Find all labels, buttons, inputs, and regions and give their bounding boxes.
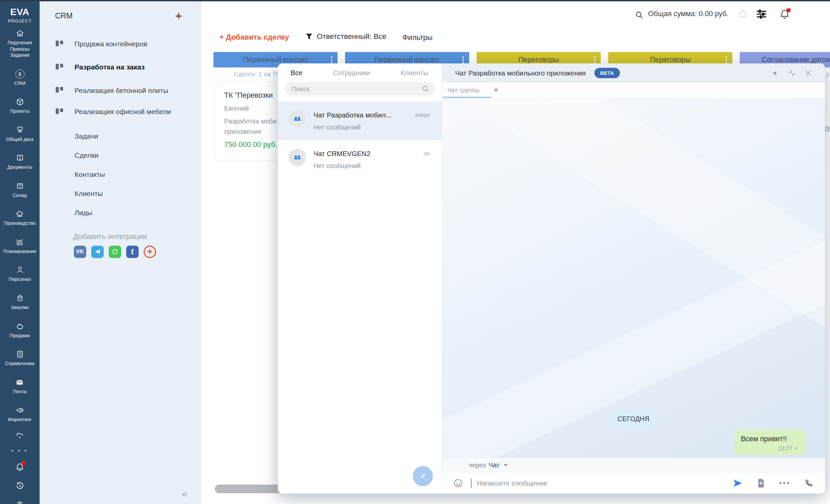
- chat-title: Чат Разработка мобил...: [314, 111, 408, 119]
- notifications-button[interactable]: [15, 462, 25, 472]
- message-input[interactable]: [476, 479, 728, 488]
- nav-item-shared-disk[interactable]: Общий диск: [6, 126, 34, 143]
- tab-employees[interactable]: Сотрудники: [333, 69, 370, 77]
- total-sum-label: Общая сумма: 0.00 руб.: [648, 10, 729, 18]
- via-prefix: через: [469, 461, 486, 469]
- exit-button[interactable]: [15, 432, 25, 440]
- new-chat-button[interactable]: [413, 466, 433, 486]
- tab-group-chat[interactable]: Чат группы: [447, 87, 479, 94]
- send-icon[interactable]: [733, 478, 743, 488]
- add-chat-tab-button[interactable]: +: [493, 85, 499, 95]
- messages-area: СЕГОДНЯ Всем привет!! 13:27✓: [442, 98, 825, 458]
- attach-file-icon[interactable]: [756, 478, 766, 488]
- collapse-panel-button[interactable]: «: [182, 488, 188, 499]
- vk-icon[interactable]: VK: [74, 246, 86, 258]
- via-channel-dropdown[interactable]: Чат: [489, 461, 500, 469]
- logo-subtitle: PROJECT: [8, 19, 32, 24]
- chat-list-item[interactable]: Чат CRMEVGEN2 Нет сообщений пн: [278, 140, 442, 179]
- sliders-filter-icon[interactable]: [756, 9, 767, 20]
- clipped-text-fragment: р: [826, 70, 829, 78]
- notifications-bell[interactable]: [779, 8, 791, 20]
- nav-item-personnel[interactable]: Персонал: [9, 265, 31, 282]
- pipeline-item[interactable]: Реализация офисной мебели: [40, 107, 201, 116]
- book-icon: [15, 153, 25, 162]
- message-input-row: •••: [442, 472, 825, 494]
- tab-all[interactable]: Все: [291, 69, 302, 77]
- more-menu-button[interactable]: • • •: [11, 448, 28, 453]
- nav-item-purchases[interactable]: Закупки: [11, 294, 29, 311]
- crm-link-clients[interactable]: Клиенты: [40, 190, 201, 198]
- chat-last-message: Нет сообщений: [314, 162, 416, 170]
- more-options-icon[interactable]: •••: [779, 479, 791, 488]
- history-icon: [15, 481, 25, 491]
- network-drive-icon: [15, 126, 25, 135]
- chat-search-input[interactable]: [291, 85, 421, 93]
- whatsapp-icon[interactable]: [109, 246, 121, 258]
- group-avatar: [289, 149, 306, 166]
- bag-icon: [15, 294, 25, 303]
- mute-icon[interactable]: [771, 68, 781, 78]
- column-menu-icon[interactable]: [594, 56, 596, 63]
- nav-item-directories[interactable]: Справочники: [5, 350, 35, 367]
- collapse-icon[interactable]: [787, 68, 797, 78]
- tab-clients[interactable]: Клиенты: [401, 69, 428, 77]
- list-table-icon: [15, 350, 25, 359]
- crm-link-leads[interactable]: Лиды: [40, 209, 201, 217]
- nav-item-projects[interactable]: Проекты: [10, 97, 30, 114]
- crm-link-contacts[interactable]: Контакты: [40, 170, 201, 178]
- close-icon[interactable]: [803, 68, 813, 78]
- nav-item-production[interactable]: Производство: [4, 209, 36, 227]
- responsible-filter[interactable]: Ответственный: Все: [305, 32, 386, 41]
- column-menu-icon[interactable]: [726, 56, 727, 63]
- nav-item-warehouse[interactable]: Склад: [13, 181, 27, 199]
- nav-rail-footer: • • •: [11, 423, 28, 504]
- integrations-label: Добавить интеграции: [40, 232, 201, 241]
- person-icon: [15, 265, 25, 274]
- crm-link-deals[interactable]: Сделки: [40, 151, 201, 159]
- nav-item-tasks-orders[interactable]: Поручения Приказы Задания: [7, 29, 32, 58]
- filters-button[interactable]: Фильтры: [403, 33, 433, 42]
- window-top-strip: [0, 0, 830, 1]
- search-icon[interactable]: [635, 10, 644, 20]
- telegram-icon[interactable]: [91, 246, 104, 258]
- chat-window-header: Чат Разработка мобильного приложения BET…: [442, 63, 825, 82]
- add-deal-button[interactable]: + Добавить сделку: [220, 33, 289, 42]
- kanban-icon: [56, 108, 64, 115]
- column-menu-icon[interactable]: [462, 56, 464, 63]
- settings-button[interactable]: [15, 499, 25, 504]
- crm-panel: CRM + Продажа контейнеров Разработка на …: [40, 0, 201, 504]
- add-pipeline-button[interactable]: +: [175, 10, 182, 22]
- chevron-down-icon[interactable]: [504, 464, 508, 466]
- crm-link-tasks[interactable]: Задачи: [40, 132, 201, 140]
- chat-time: вчера: [415, 110, 429, 118]
- nav-item-marketing[interactable]: Маркетинг: [8, 406, 32, 423]
- nav-item-sales[interactable]: Продажи: [10, 322, 30, 339]
- nav-item-documents[interactable]: Документы: [7, 153, 33, 170]
- chat-list-item-selected[interactable]: Чат Разработка мобил... Нет сообщений вч…: [278, 102, 442, 140]
- favorites-star-icon[interactable]: [737, 8, 748, 20]
- chat-time: пн: [424, 149, 430, 157]
- package-icon: [15, 181, 25, 191]
- nav-item-mail[interactable]: Почта: [13, 378, 27, 395]
- phone-icon[interactable]: [804, 478, 813, 488]
- nav-item-planning[interactable]: Планирование: [3, 238, 37, 255]
- chat-search[interactable]: [285, 82, 435, 96]
- send-via-row: через Чат: [442, 458, 825, 472]
- mail-icon: [15, 378, 24, 387]
- add-integration-button[interactable]: +: [143, 246, 156, 258]
- app-screen: EVA PROJECT Поручения Приказы Задания $ …: [0, 0, 830, 504]
- chat-title: Чат CRMEVGEN2: [314, 150, 416, 158]
- kanban-icon: [56, 63, 64, 71]
- factory-icon: [15, 209, 24, 219]
- facebook-icon[interactable]: f: [126, 246, 138, 258]
- column-menu-icon[interactable]: [331, 56, 332, 63]
- history-button[interactable]: [15, 481, 25, 491]
- piggy-bank-icon: [15, 322, 25, 331]
- search-icon: [421, 85, 429, 93]
- emoji-icon[interactable]: [453, 478, 464, 489]
- pipeline-item[interactable]: Продажа контейнеров: [40, 39, 201, 49]
- gear-icon: [15, 499, 25, 504]
- nav-item-crm[interactable]: $ CRM: [14, 69, 25, 87]
- pipeline-item-active[interactable]: Разработка на заказ: [40, 62, 201, 72]
- pipeline-item[interactable]: Реализация бетонной плиты: [40, 86, 201, 95]
